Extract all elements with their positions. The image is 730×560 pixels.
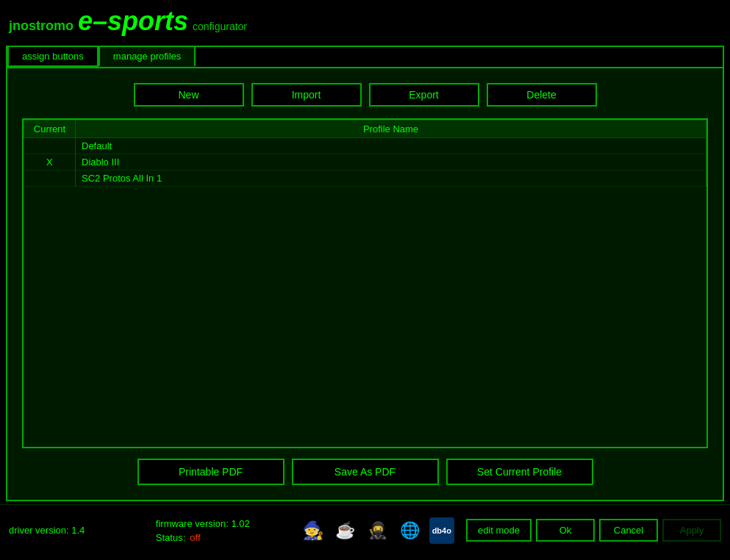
col-profile-name: Default	[76, 138, 706, 154]
brand-esports: e–sports	[78, 6, 188, 37]
driver-version: driver version: 1.4	[9, 525, 141, 536]
col-current	[24, 170, 76, 187]
table-row[interactable]: SC2 Protos All In 1	[24, 170, 706, 187]
delete-button[interactable]: Delete	[487, 83, 597, 107]
col-current: X	[24, 154, 76, 170]
footer-icons: 🧙 ☕ 🥷 🌐 db4o	[288, 517, 466, 544]
tab-manage-profiles[interactable]: manage profiles	[99, 46, 196, 67]
bottom-toolbar: Printable PDF Save As PDF Set Current Pr…	[22, 459, 708, 485]
col-current	[24, 138, 76, 154]
footer-left: driver version: 1.4	[9, 525, 141, 536]
export-button[interactable]: Export	[369, 83, 479, 107]
profile-table-body: DefaultXDiablo IIISC2 Protos All In 1	[24, 138, 706, 187]
brand-jnostromo: jnostromo	[9, 18, 74, 34]
network-icon: 🌐	[397, 517, 423, 544]
cancel-button[interactable]: Cancel	[599, 519, 658, 542]
printable-pdf-button[interactable]: Printable PDF	[137, 459, 285, 485]
tab-bar: assign buttons manage profiles	[7, 46, 723, 67]
save-as-pdf-button[interactable]: Save As PDF	[292, 459, 439, 485]
profile-table-container: Current Profile Name DefaultXDiablo IIIS…	[22, 118, 708, 448]
manage-profiles-panel: New Import Export Delete Current Profile…	[7, 67, 723, 500]
firmware-version: firmware version: 1.02	[156, 518, 288, 529]
status-value: off	[190, 532, 200, 543]
footer-buttons: edit mode Ok Cancel Apply	[466, 519, 721, 542]
profile-table: Current Profile Name DefaultXDiablo IIIS…	[24, 120, 706, 187]
new-button[interactable]: New	[134, 83, 244, 107]
status-row: Status: off	[156, 532, 288, 543]
status-label: Status:	[156, 532, 185, 543]
brand-configurator: configurator	[193, 21, 247, 32]
col-profile-name: SC2 Protos All In 1	[76, 170, 706, 187]
col-profile-name: Diablo III	[76, 154, 706, 170]
col-header-profile-name: Profile Name	[76, 121, 706, 138]
table-row[interactable]: XDiablo III	[24, 154, 706, 170]
footer-center: firmware version: 1.02 Status: off	[141, 518, 288, 543]
set-current-profile-button[interactable]: Set Current Profile	[446, 459, 593, 485]
footer: driver version: 1.4 firmware version: 1.…	[0, 504, 730, 556]
tab-assign-buttons[interactable]: assign buttons	[7, 46, 99, 67]
java-icon: ☕	[332, 517, 359, 544]
app-header: jnostromo e–sports configurator	[0, 0, 730, 43]
ninja-icon: 🥷	[365, 517, 391, 544]
main-content: assign buttons manage profiles New Impor…	[6, 46, 724, 501]
warrior-icon: 🧙	[300, 517, 326, 544]
ok-button[interactable]: Ok	[536, 519, 595, 542]
apply-button[interactable]: Apply	[662, 519, 721, 542]
table-row[interactable]: Default	[24, 138, 706, 154]
db40-icon: db4o	[429, 517, 454, 544]
top-toolbar: New Import Export Delete	[22, 83, 708, 107]
col-header-current: Current	[24, 121, 76, 138]
edit-mode-button[interactable]: edit mode	[466, 519, 532, 542]
import-button[interactable]: Import	[251, 83, 362, 107]
